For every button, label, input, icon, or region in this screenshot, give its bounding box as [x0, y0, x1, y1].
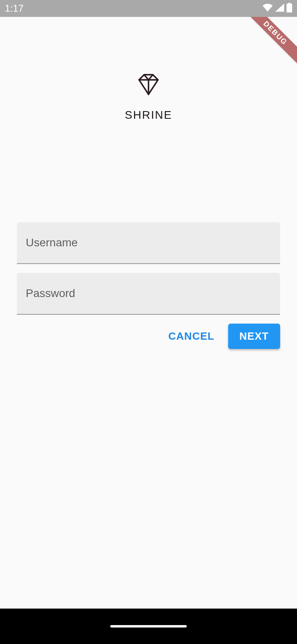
username-input[interactable]: [17, 222, 280, 263]
status-time: 1:17: [5, 3, 24, 14]
logo-block: SHRINE: [0, 17, 297, 122]
wifi-icon: [262, 4, 273, 13]
diamond-icon: [137, 73, 160, 97]
cancel-button[interactable]: CANCEL: [161, 324, 221, 349]
username-field-wrapper: Username: [17, 222, 280, 264]
android-status-bar: 1:17: [0, 0, 297, 17]
next-button[interactable]: NEXT: [228, 324, 280, 349]
login-form: Username Password CANCEL NEXT: [17, 222, 280, 349]
home-indicator[interactable]: [110, 625, 187, 627]
login-screen: DEBUG SHRINE Username Password CANCEL NE…: [0, 17, 297, 609]
battery-icon: [287, 3, 292, 14]
android-nav-bar: [0, 609, 297, 644]
signal-icon: [275, 4, 284, 13]
password-field-wrapper: Password: [17, 273, 280, 315]
button-row: CANCEL NEXT: [17, 324, 280, 349]
status-icons: [262, 3, 292, 14]
app-title: SHRINE: [125, 109, 172, 122]
password-input[interactable]: [17, 273, 280, 314]
